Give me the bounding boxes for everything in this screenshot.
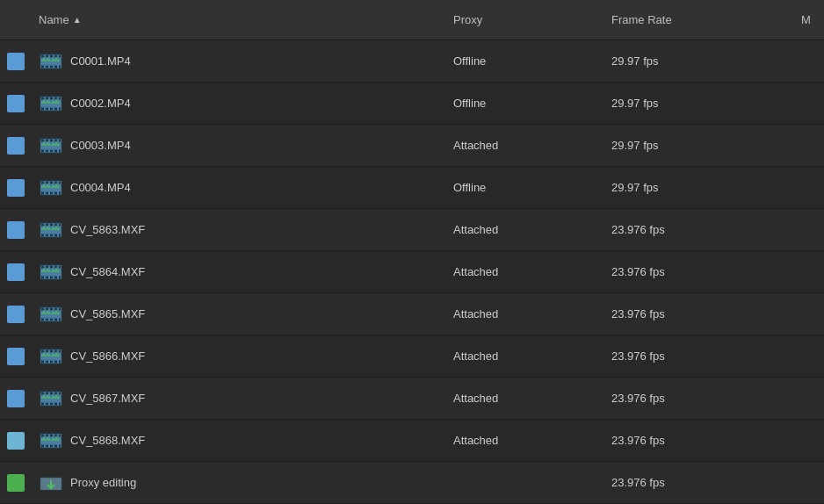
video-file-icon [39, 389, 63, 408]
m-column-header: M [801, 13, 811, 26]
svg-rect-51 [46, 149, 48, 152]
svg-rect-203 [59, 434, 61, 436]
svg-rect-118 [50, 276, 53, 278]
row-name-cell: C0003.MP4 [32, 136, 446, 155]
row-name-cell: C0002.MP4 [32, 94, 446, 113]
table-row[interactable]: CV_5865.MXF Attached 23.976 fps [0, 293, 824, 335]
row-name-cell: C0001.MP4 [32, 52, 446, 71]
svg-rect-30 [50, 107, 53, 110]
svg-rect-161 [46, 360, 48, 363]
proxy-status: Attached [446, 392, 604, 405]
header-framerate-col[interactable]: Frame Rate [604, 13, 798, 26]
table-row[interactable]: CV_5868.MXF Attached 23.976 fps [0, 420, 824, 462]
row-name-cell: CV_5867.MXF [32, 389, 446, 408]
svg-rect-185 [54, 402, 57, 405]
svg-rect-7 [46, 65, 48, 68]
file-name: C0001.MP4 [70, 54, 131, 68]
frame-rate-value: 29.97 fps [604, 54, 798, 68]
header-proxy-col[interactable]: Proxy [446, 13, 604, 26]
svg-rect-95 [46, 234, 48, 236]
svg-rect-162 [50, 360, 53, 363]
row-color-swatch [0, 221, 32, 239]
table-body: C0001.MP4 Offline 29.97 fps [0, 40, 824, 504]
proxy-column-header: Proxy [453, 13, 482, 26]
table-row[interactable]: C0003.MP4 Attached 29.97 fps [0, 125, 824, 167]
table-row[interactable]: CV_5866.MXF Attached 23.976 fps [0, 335, 824, 378]
table-row[interactable]: CV_5863.MXF Attached 23.976 fps [0, 209, 824, 251]
svg-rect-93 [59, 223, 61, 226]
file-name: CV_5864.MXF [70, 265, 145, 278]
svg-rect-29 [46, 107, 48, 110]
video-file-icon [39, 431, 63, 450]
svg-rect-52 [50, 149, 53, 152]
svg-rect-73 [46, 191, 48, 194]
table-row[interactable]: CV_5867.MXF Attached 23.976 fps [0, 378, 824, 420]
header-m-col[interactable]: M [798, 13, 824, 26]
svg-rect-140 [50, 318, 53, 320]
frame-rate-value: 23.976 fps [604, 223, 798, 236]
table-row[interactable]: CV_5864.MXF Attached 23.976 fps [0, 251, 824, 293]
svg-rect-10 [59, 65, 61, 68]
file-name: CV_5866.MXF [70, 349, 145, 363]
svg-rect-5 [59, 54, 61, 57]
svg-rect-139 [46, 318, 48, 320]
svg-rect-204 [41, 444, 44, 447]
table-row[interactable]: Proxy editing 23.976 fps [0, 462, 824, 504]
table-header: Name ▲ Proxy Frame Rate M [0, 0, 824, 40]
svg-rect-3 [50, 54, 53, 57]
svg-rect-164 [59, 360, 61, 363]
svg-rect-163 [54, 360, 57, 363]
file-name: C0004.MP4 [70, 181, 131, 194]
svg-rect-23 [41, 97, 44, 99]
svg-rect-120 [59, 276, 61, 278]
video-file-icon [39, 94, 63, 113]
svg-rect-199 [41, 434, 44, 436]
video-file-icon [39, 220, 63, 240]
frame-rate-value: 29.97 fps [604, 181, 798, 194]
svg-rect-160 [41, 360, 44, 363]
video-file-icon [39, 52, 63, 71]
svg-rect-183 [46, 402, 48, 405]
row-color-swatch [0, 474, 32, 492]
svg-rect-206 [50, 444, 53, 447]
file-name: C0003.MP4 [70, 139, 131, 152]
row-color-swatch [0, 137, 32, 155]
svg-rect-9 [54, 65, 57, 68]
table-row[interactable]: C0001.MP4 Offline 29.97 fps [0, 40, 824, 83]
row-color-swatch [0, 348, 32, 365]
row-color-swatch [0, 432, 32, 450]
media-bin-table: Name ▲ Proxy Frame Rate M [0, 0, 824, 504]
svg-rect-138 [41, 318, 44, 320]
svg-rect-94 [41, 234, 44, 236]
svg-rect-208 [59, 444, 61, 447]
row-name-cell: Proxy editing [32, 473, 446, 493]
proxy-status: Attached [446, 265, 604, 278]
svg-rect-32 [59, 107, 61, 110]
svg-rect-72 [41, 191, 44, 194]
svg-rect-49 [59, 139, 61, 141]
table-row[interactable]: C0002.MP4 Offline 29.97 fps [0, 83, 824, 125]
row-name-cell: C0004.MP4 [32, 178, 446, 198]
file-name: CV_5867.MXF [70, 392, 145, 405]
row-name-cell: CV_5865.MXF [32, 305, 446, 324]
svg-rect-142 [59, 318, 61, 320]
svg-rect-28 [41, 107, 44, 110]
video-file-icon [39, 178, 63, 198]
svg-rect-186 [59, 402, 61, 405]
svg-rect-201 [50, 434, 53, 436]
row-name-cell: CV_5864.MXF [32, 263, 446, 282]
proxy-status: Attached [446, 139, 604, 152]
bin-icon [39, 473, 63, 493]
table-row[interactable]: C0004.MP4 Offline 29.97 fps [0, 167, 824, 209]
svg-rect-74 [50, 191, 53, 194]
svg-rect-159 [59, 349, 61, 352]
svg-rect-25 [50, 97, 53, 99]
header-name-col[interactable]: Name ▲ [32, 13, 446, 26]
framerate-column-header: Frame Rate [611, 13, 672, 26]
svg-rect-45 [41, 139, 44, 141]
svg-rect-27 [59, 97, 61, 99]
frame-rate-value: 23.976 fps [604, 434, 798, 447]
svg-rect-53 [54, 149, 57, 152]
proxy-status: Attached [446, 307, 604, 320]
video-file-icon [39, 263, 63, 282]
